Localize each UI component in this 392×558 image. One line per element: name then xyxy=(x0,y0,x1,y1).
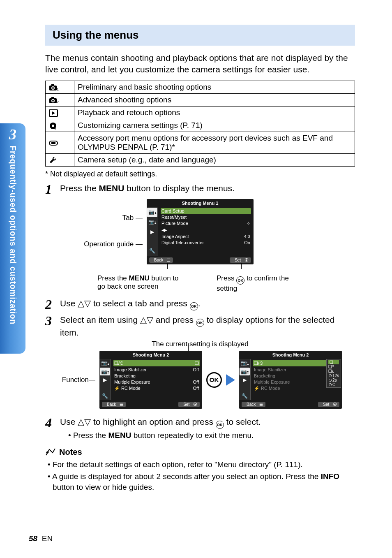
step-4-sub: • Press the MENU button repeatedly to ex… xyxy=(68,431,355,440)
svg-text:1: 1 xyxy=(57,87,59,91)
camera-menu-screen: Shooting Menu 1 📷₁📷₂▶🔧 Card Setup Reset/… xyxy=(147,199,254,264)
svg-point-3 xyxy=(52,87,54,89)
svg-rect-1 xyxy=(51,84,54,86)
notes-list: For the default settings of each option,… xyxy=(45,459,355,493)
side-tab: 3 Frequently-used options and customizat… xyxy=(0,123,25,354)
svg-point-8 xyxy=(52,100,54,102)
arrow-right-icon xyxy=(226,374,235,386)
step-number: 3 xyxy=(45,314,60,327)
step-number: 1 xyxy=(45,183,60,196)
chapter-number: 3 xyxy=(9,126,16,143)
menu-title: Shooting Menu 2 xyxy=(99,351,202,359)
menu-title: Shooting Menu 2 xyxy=(239,351,342,359)
note-item: For the default settings of each option,… xyxy=(53,459,355,470)
camera-menu-screen-2a: Shooting Menu 2 📷₁📷₂▶🔧 ❏/⏲❏ Image Stabil… xyxy=(99,351,202,409)
row-desc: Advanced shooting options xyxy=(74,93,355,106)
menu-diagram-1: Tab — Operation guide — Shooting Menu 1 … xyxy=(45,199,355,293)
icon-camera2: 2 xyxy=(46,93,74,106)
chapter-title: Frequently-used options and customizatio… xyxy=(8,146,18,324)
menu-tab-strip: 📷₁📷₂▶🔧 xyxy=(147,207,158,256)
step-text: Press the MENU button to display the men… xyxy=(60,183,355,194)
icon-wrench xyxy=(46,153,74,166)
options-table: 1 Preliminary and basic shooting options… xyxy=(45,81,355,167)
row-desc: Camera setup (e.g., date and language) xyxy=(74,153,355,166)
step-number: 2 xyxy=(45,298,60,311)
popup-options: ❏ ❏ᴴ ❏ʟ ⏲12s ⏲2s ⏲C xyxy=(326,359,341,388)
row-desc: Playback and retouch options xyxy=(74,106,355,119)
footnote: * Not displayed at default settings. xyxy=(45,170,355,178)
svg-point-13 xyxy=(52,125,54,127)
label-operation-guide: Operation guide — xyxy=(84,240,143,248)
svg-rect-6 xyxy=(51,97,54,99)
icon-gear: c xyxy=(46,119,74,132)
notes-icon xyxy=(45,448,56,457)
menu-diagram-2: Function— Shooting Menu 2 📷₁📷₂▶🔧 ❏/⏲❏ Im… xyxy=(45,351,355,409)
caption-ok: Press OK to confirm the setting xyxy=(217,274,303,293)
label-function: Function xyxy=(62,376,89,384)
step-3: 3 Select an item using △▽ and press OK t… xyxy=(45,314,355,338)
notes-heading: Notes xyxy=(45,447,355,457)
row-desc: Accessory port menu options for accessor… xyxy=(74,132,355,153)
svg-text:c: c xyxy=(55,127,56,130)
svg-marker-11 xyxy=(52,111,55,115)
step-text: Use △▽ to highlight an option and press … xyxy=(60,416,355,429)
svg-rect-16 xyxy=(51,142,55,144)
label-tab: Tab — xyxy=(122,214,143,222)
page-footer: 58 EN xyxy=(29,534,53,543)
step-text: Select an item using △▽ and press OK to … xyxy=(60,314,355,338)
note-item: A guide is displayed for about 2 seconds… xyxy=(53,471,355,493)
step-1: 1 Press the MENU button to display the m… xyxy=(45,183,355,196)
row-desc: Customizing camera settings (P. 71) xyxy=(74,119,355,132)
section-heading: Using the menus xyxy=(45,25,355,46)
icon-camera1: 1 xyxy=(46,81,74,93)
row-desc: Preliminary and basic shooting options xyxy=(74,81,355,93)
step-4: 4 Use △▽ to highlight an option and pres… xyxy=(45,416,355,429)
intro-text: The menus contain shooting and playback … xyxy=(45,52,355,76)
icon-playback xyxy=(46,106,74,119)
step-number: 4 xyxy=(45,416,60,429)
icon-accessory xyxy=(46,132,74,153)
step-text: Use △▽ to select a tab and press OK. xyxy=(60,298,355,310)
svg-text:2: 2 xyxy=(57,100,59,104)
step-2: 2 Use △▽ to select a tab and press OK. xyxy=(45,298,355,311)
caption-back: Press the MENU button to go back one scr… xyxy=(97,274,184,293)
camera-menu-screen-2b: Shooting Menu 2 📷₁📷₂▶🔧 ❏/⏲ Image Stabili… xyxy=(239,351,342,409)
ok-button-icon: OK xyxy=(206,372,222,388)
label-current-setting: The current setting is displayed xyxy=(45,340,355,348)
menu-title: Shooting Menu 1 xyxy=(147,199,254,207)
